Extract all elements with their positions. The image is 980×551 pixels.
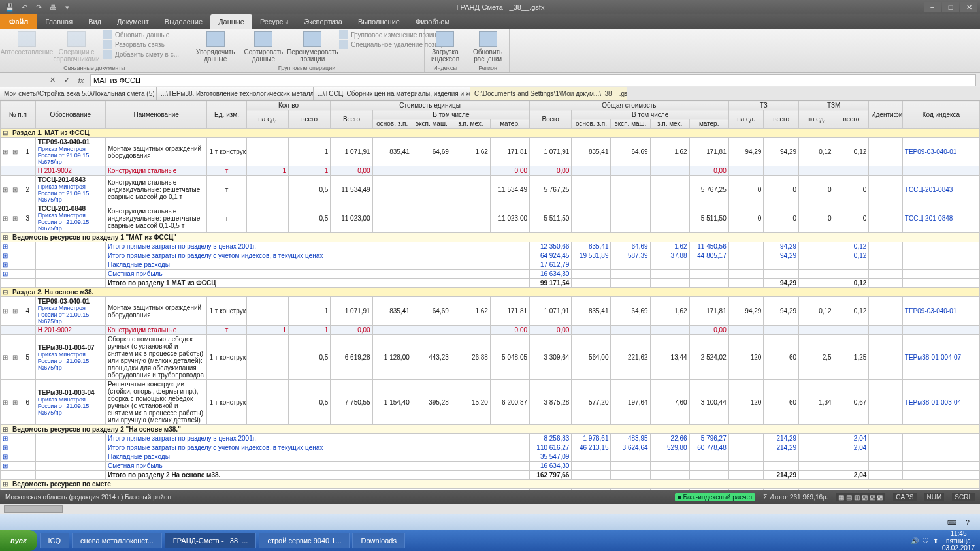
summary-row[interactable]: ⊞Накладные расходы35 547,09 bbox=[1, 452, 980, 462]
table-row[interactable]: ⊞⊞3ТССЦ-201-0848Приказ Минстроя России о… bbox=[1, 204, 980, 233]
taskbar: пуск ICQснова металлоконст...ГРАНД-Смета… bbox=[0, 530, 980, 551]
print-icon[interactable]: 🖶 bbox=[48, 3, 57, 12]
lang-icon[interactable]: ⌨ bbox=[946, 516, 958, 528]
break-link-button[interactable]: Разорвать связь bbox=[103, 40, 179, 49]
estimate-grid[interactable]: № п.п Обоснование Наименование Ед. изм. … bbox=[0, 101, 980, 490]
tray-icon[interactable]: 🔊 bbox=[911, 537, 919, 544]
ribbon-tab[interactable]: Данные bbox=[210, 14, 252, 29]
group-label-region: Регион bbox=[470, 64, 505, 71]
summary-row[interactable]: ⊞Итого прямые затраты по разделу в ценах… bbox=[1, 242, 980, 251]
summary-row[interactable]: ⊞Сметная прибыль16 634,30 bbox=[1, 462, 980, 471]
summary-row[interactable]: ⊞Итого прямые затраты по разделу с учето… bbox=[1, 251, 980, 260]
ribbon-tab[interactable]: Физобъем bbox=[408, 14, 457, 29]
document-tabs: Мои сметы\Стройка века 5.0\Локальная сме… bbox=[0, 87, 980, 101]
linked-docs-small: Обновить данные Разорвать связь Добавить… bbox=[103, 30, 179, 59]
renumber-button[interactable]: Перенумероватьпозиции bbox=[289, 30, 335, 64]
calc-mode-badge[interactable]: ■ Баз.-индексный расчет bbox=[675, 493, 756, 501]
horizontal-scrollbar[interactable] bbox=[0, 504, 980, 514]
num-indicator: NUM bbox=[924, 493, 945, 501]
add-estimate-button[interactable]: Добавить смету в с... bbox=[103, 50, 179, 59]
ribbon-tab[interactable]: Выделение bbox=[157, 14, 210, 29]
tray-icon[interactable]: 🛡 bbox=[923, 537, 929, 544]
order-button[interactable]: Упорядочитьданные bbox=[193, 30, 238, 64]
undo-icon[interactable]: ↶ bbox=[20, 3, 29, 12]
refresh-data-button[interactable]: Обновить данные bbox=[103, 30, 179, 39]
title-bar: 💾 ↶ ↷ 🖶 ▾ ГРАНД-Смета - _38__.gsfx − □ ✕ bbox=[0, 0, 980, 14]
redo-icon[interactable]: ↷ bbox=[34, 3, 43, 12]
cancel-formula-icon[interactable]: ✕ bbox=[47, 76, 57, 84]
formula-bar: ✕ ✓ fx bbox=[0, 73, 980, 87]
save-icon[interactable]: 💾 bbox=[5, 3, 14, 12]
summary-row[interactable]: ⊞Итого прямые затраты по разделу в ценах… bbox=[1, 434, 980, 443]
clock[interactable]: 11:45 пятница 03.02.2017 bbox=[942, 530, 975, 552]
document-tab[interactable]: Мои сметы\Стройка века 5.0\Локальная сме… bbox=[0, 87, 157, 100]
quick-access-toolbar: 💾 ↶ ↷ 🖶 ▾ bbox=[0, 3, 77, 12]
table-row[interactable]: ⊞⊞1ТЕР09-03-040-01Приказ Минстроя России… bbox=[1, 138, 980, 166]
ribbon-tab[interactable]: Экспертиза bbox=[296, 14, 350, 29]
status-bar: Московская область (редакция 2014 г.) Ба… bbox=[0, 490, 980, 504]
start-button[interactable]: пуск bbox=[0, 530, 37, 551]
auto-compose-button[interactable]: Автосоставление bbox=[4, 30, 50, 57]
group-label-linked: Связанные документы bbox=[4, 64, 185, 71]
view-icons[interactable]: ▦ ▤ ▥ ▧ ▨ ▩ bbox=[836, 493, 885, 501]
formula-input[interactable] bbox=[90, 74, 976, 86]
summary-row[interactable]: ⊞Накладные расходы17 612,79 bbox=[1, 260, 980, 270]
ref-ops-button[interactable]: Операции с справочниками bbox=[54, 30, 99, 64]
lang-help-icon[interactable]: ? bbox=[962, 516, 973, 528]
load-indices-button[interactable]: Загрузкаиндексов bbox=[429, 30, 462, 64]
table-row[interactable]: ⊞⊞4ТЕР09-03-040-01Приказ Минстроя России… bbox=[1, 297, 980, 326]
update-rates-button[interactable]: Обновитьрасценки bbox=[470, 30, 505, 64]
ribbon-tab[interactable]: Ресурсы bbox=[252, 14, 296, 29]
taskbar-item[interactable]: снова металлоконст... bbox=[72, 533, 162, 548]
caps-indicator: CAPS bbox=[893, 493, 916, 501]
table-row[interactable]: Н 201-9002Конструкции стальныет110,000,0… bbox=[1, 166, 980, 176]
taskbar-item[interactable]: строй сервис 9040 1... bbox=[259, 533, 350, 548]
table-row[interactable]: ⊞⊞5ТЕРм38-01-004-07Приказ Минстроя Росси… bbox=[1, 335, 980, 380]
window-title: ГРАНД-Смета - _38__.gsfx bbox=[77, 3, 924, 11]
resource-header-row[interactable]: ⊞Ведомость ресурсов по разделу 2 "На осн… bbox=[1, 425, 980, 434]
sort-button[interactable]: Сортироватьданные bbox=[242, 30, 286, 64]
group-label-group-ops: Групповые операции bbox=[193, 64, 420, 71]
maximize-button[interactable]: □ bbox=[942, 2, 959, 12]
tray-icon[interactable]: ⬆ bbox=[933, 537, 938, 544]
ribbon-tab[interactable]: Выполнение bbox=[350, 14, 408, 29]
resource-header-row[interactable]: ⊞Ведомость ресурсов по разделу 1 "МАТ из… bbox=[1, 233, 980, 242]
table-row[interactable]: ⊞⊞2ТССЦ-201-0843Приказ Минстроя России о… bbox=[1, 176, 980, 204]
qat-dropdown-icon[interactable]: ▾ bbox=[63, 3, 72, 12]
ribbon-tabs: Файл ГлавнаяВидДокументВыделениеДанныеРе… bbox=[0, 14, 980, 29]
language-bar[interactable]: ⌨ ? bbox=[0, 514, 980, 530]
summary-row[interactable]: Итого по разделу 1 МАТ из ФССЦ99 171,549… bbox=[1, 279, 980, 288]
section-row[interactable]: ⊟Раздел 1. МАТ из ФССЦ bbox=[1, 129, 980, 138]
ribbon: Автосоставление Операции с справочниками… bbox=[0, 29, 980, 73]
document-tab[interactable]: ...\ТССЦ. Сборник цен на материалы, изде… bbox=[314, 87, 470, 100]
scrl-indicator: SCRL bbox=[952, 493, 975, 501]
group-label-indices: Индексы bbox=[429, 64, 462, 71]
taskbar-item[interactable]: ГРАНД-Смета - _38_... bbox=[165, 533, 257, 548]
total-label: Σ Итого: 261 969,16р. bbox=[763, 494, 828, 501]
summary-row[interactable]: ⊞Итого прямые затраты по разделу с учето… bbox=[1, 443, 980, 452]
fx-icon[interactable]: fx bbox=[76, 76, 86, 84]
close-button[interactable]: ✕ bbox=[960, 2, 977, 12]
accept-formula-icon[interactable]: ✓ bbox=[61, 76, 72, 84]
resource-header-row[interactable]: ⊞Ведомость ресурсов по смете bbox=[1, 480, 980, 489]
document-tab[interactable]: ...\ТЕРм38. Изготовление технологических… bbox=[157, 87, 314, 100]
grid-header: № п.п Обоснование Наименование Ед. изм. … bbox=[1, 101, 980, 129]
table-row[interactable]: Н 201-9002Конструкции стальныет110,000,0… bbox=[1, 326, 980, 335]
document-tab[interactable]: C:\Documents and Settings\1\Мои докум...… bbox=[470, 87, 627, 100]
ribbon-tab[interactable]: Главная bbox=[37, 14, 80, 29]
taskbar-item[interactable]: ICQ bbox=[40, 533, 70, 548]
ribbon-tab[interactable]: Документ bbox=[109, 14, 157, 29]
summary-row[interactable]: ⊞Сметная прибыль16 634,30 bbox=[1, 270, 980, 279]
section-row[interactable]: ⊟Раздел 2. На основе м38. bbox=[1, 288, 980, 297]
status-region: Московская область (редакция 2014 г.) Ба… bbox=[5, 494, 171, 501]
table-row[interactable]: ⊞⊞6ТЕРм38-01-003-04Приказ Минстроя Росси… bbox=[1, 380, 980, 425]
minimize-button[interactable]: − bbox=[924, 2, 941, 12]
ribbon-tab[interactable]: Вид bbox=[80, 14, 109, 29]
file-tab[interactable]: Файл bbox=[0, 14, 37, 29]
system-tray[interactable]: 🔊 🛡 ⬆ 11:45 пятница 03.02.2017 bbox=[906, 530, 980, 552]
taskbar-item[interactable]: Downloads bbox=[352, 533, 404, 548]
summary-row[interactable]: Итого по разделу 2 На основе м38.162 797… bbox=[1, 471, 980, 480]
